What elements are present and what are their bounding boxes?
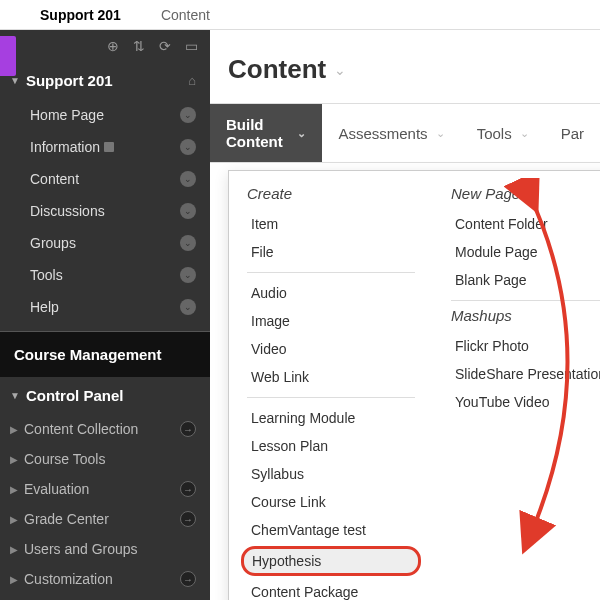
chevron-down-icon[interactable]: ⌄ <box>180 299 196 315</box>
course-sidebar: ⊕ ⇅ ⟳ ▭ ▼Support 201 ⌂ Home Page⌄ Inform… <box>0 30 210 600</box>
mashup-flickr[interactable]: Flickr Photo <box>451 332 600 360</box>
cp-grade-center[interactable]: ▶Grade Center→ <box>0 504 210 534</box>
sidebar-toolbar: ⊕ ⇅ ⟳ ▭ <box>0 30 210 62</box>
breadcrumb: Support 201 Content <box>0 0 600 30</box>
chevron-down-icon[interactable]: ⌄ <box>180 235 196 251</box>
sidebar-item-content[interactable]: Content⌄ <box>0 163 210 195</box>
create-group-title: Create <box>247 185 415 202</box>
dropdown-create-column: Create Item File Audio Image Video Web L… <box>229 185 433 600</box>
page-title-row: Content ⌄ <box>210 30 600 103</box>
create-image[interactable]: Image <box>247 307 415 335</box>
chevron-down-icon: ⌄ <box>520 127 529 140</box>
divider <box>451 300 600 301</box>
create-video[interactable]: Video <box>247 335 415 363</box>
assessments-button[interactable]: Assessments⌄ <box>322 104 460 162</box>
arrow-right-icon[interactable]: → <box>180 571 196 587</box>
create-web-link[interactable]: Web Link <box>247 363 415 391</box>
newpage-content-folder[interactable]: Content Folder <box>451 210 600 238</box>
cp-customization[interactable]: ▶Customization→ <box>0 564 210 594</box>
create-audio[interactable]: Audio <box>247 279 415 307</box>
caret-right-icon: ▶ <box>10 514 18 525</box>
folder-icon[interactable]: ▭ <box>185 38 198 54</box>
cp-content-collection[interactable]: ▶Content Collection→ <box>0 414 210 444</box>
mashups-group-title: Mashups <box>451 307 600 324</box>
sidebar-item-groups[interactable]: Groups⌄ <box>0 227 210 259</box>
cp-users-and-groups[interactable]: ▶Users and Groups <box>0 534 210 564</box>
arrow-right-icon[interactable]: → <box>180 421 196 437</box>
course-title-row[interactable]: ▼Support 201 ⌂ <box>0 62 210 99</box>
chevron-down-icon[interactable]: ⌄ <box>180 139 196 155</box>
dropdown-right-column: New Page Content Folder Module Page Blan… <box>433 185 600 600</box>
page-title: Content <box>228 54 326 85</box>
mashup-slideshare[interactable]: SlideShare Presentation <box>451 360 600 388</box>
caret-down-icon: ▼ <box>10 75 20 86</box>
newpage-module-page[interactable]: Module Page <box>451 238 600 266</box>
caret-right-icon: ▶ <box>10 484 18 495</box>
arrow-right-icon[interactable]: → <box>180 481 196 497</box>
mashup-youtube[interactable]: YouTube Video <box>451 388 600 416</box>
new-page-group-title: New Page <box>451 185 600 202</box>
course-management-header: Course Management <box>0 331 210 377</box>
divider <box>247 397 415 398</box>
build-content-button[interactable]: Build Content⌄ <box>210 104 322 162</box>
create-item[interactable]: Item <box>247 210 415 238</box>
partner-button[interactable]: Par <box>545 104 600 162</box>
create-course-link[interactable]: Course Link <box>247 488 415 516</box>
create-syllabus[interactable]: Syllabus <box>247 460 415 488</box>
build-content-dropdown: Create Item File Audio Image Video Web L… <box>228 170 600 600</box>
divider <box>247 272 415 273</box>
caret-right-icon: ▶ <box>10 454 18 465</box>
create-lesson-plan[interactable]: Lesson Plan <box>247 432 415 460</box>
caret-right-icon: ▶ <box>10 574 18 585</box>
create-file[interactable]: File <box>247 238 415 266</box>
sidebar-item-discussions[interactable]: Discussions⌄ <box>0 195 210 227</box>
caret-right-icon: ▶ <box>10 544 18 555</box>
cp-course-tools[interactable]: ▶Course Tools <box>0 444 210 474</box>
reorder-icon[interactable]: ⇅ <box>133 38 145 54</box>
sidebar-item-help[interactable]: Help⌄ <box>0 291 210 323</box>
home-icon[interactable]: ⌂ <box>188 73 196 88</box>
info-badge-icon <box>104 142 114 152</box>
chevron-down-icon: ⌄ <box>436 127 445 140</box>
caret-down-icon: ▼ <box>10 390 20 401</box>
arrow-right-icon[interactable]: → <box>180 511 196 527</box>
add-icon[interactable]: ⊕ <box>107 38 119 54</box>
create-content-package-scorm[interactable]: Content Package (SCORM) <box>247 578 415 600</box>
course-title: Support 201 <box>26 72 113 89</box>
chevron-down-icon[interactable]: ⌄ <box>180 203 196 219</box>
sidebar-item-information[interactable]: Information⌄ <box>0 131 210 163</box>
chevron-down-icon[interactable]: ⌄ <box>180 107 196 123</box>
tools-button[interactable]: Tools⌄ <box>461 104 545 162</box>
sidebar-item-tools[interactable]: Tools⌄ <box>0 259 210 291</box>
create-hypothesis[interactable]: Hypothesis <box>241 546 421 576</box>
sidebar-item-home-page[interactable]: Home Page⌄ <box>0 99 210 131</box>
cp-evaluation[interactable]: ▶Evaluation→ <box>0 474 210 504</box>
chevron-down-icon[interactable]: ⌄ <box>180 267 196 283</box>
refresh-icon[interactable]: ⟳ <box>159 38 171 54</box>
create-chemvantage-test[interactable]: ChemVantage test <box>247 516 415 544</box>
chevron-down-icon[interactable]: ⌄ <box>334 62 346 78</box>
newpage-blank-page[interactable]: Blank Page <box>451 266 600 294</box>
sidebar-collapse-tab[interactable] <box>0 36 16 76</box>
breadcrumb-current[interactable]: Content <box>161 7 210 23</box>
control-panel-header[interactable]: ▼Control Panel <box>0 377 210 414</box>
content-area: Content ⌄ Build Content⌄ Assessments⌄ To… <box>210 30 600 600</box>
chevron-down-icon[interactable]: ⌄ <box>180 171 196 187</box>
breadcrumb-root[interactable]: Support 201 <box>40 7 121 23</box>
create-learning-module[interactable]: Learning Module <box>247 404 415 432</box>
caret-right-icon: ▶ <box>10 424 18 435</box>
action-bar: Build Content⌄ Assessments⌄ Tools⌄ Par <box>210 103 600 163</box>
chevron-down-icon: ⌄ <box>297 127 306 140</box>
